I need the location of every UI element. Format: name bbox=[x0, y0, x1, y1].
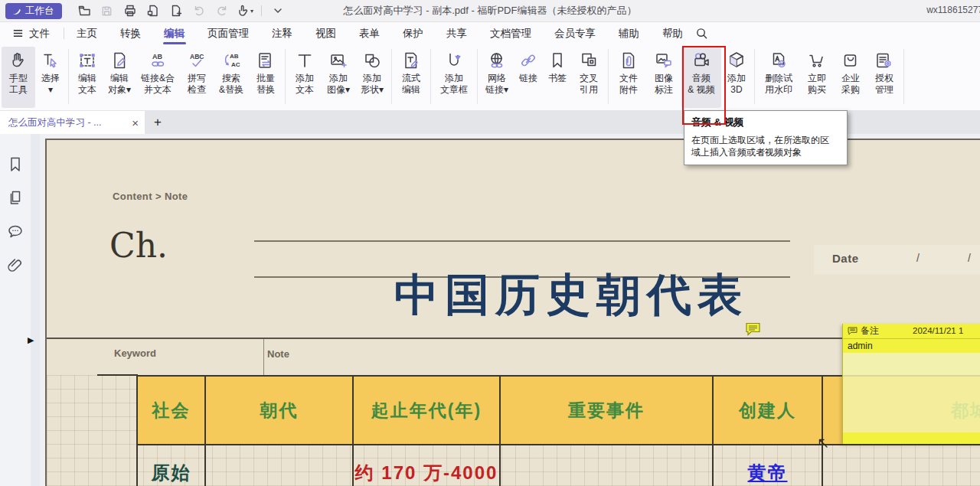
file-attachment-button[interactable]: 文件附件 bbox=[611, 47, 646, 108]
cross-reference-button[interactable]: 交叉引用 bbox=[572, 47, 606, 108]
table-header-dynasty: 朝代 bbox=[206, 377, 354, 444]
sticky-note-annotation[interactable]: 备注 2024/11/21 1 admin bbox=[842, 324, 980, 444]
remove-watermark-label: 删除试 bbox=[765, 73, 792, 84]
file-attachment-icon bbox=[619, 50, 639, 71]
table-row: 原始 约 170 万-4000 黄帝 bbox=[136, 442, 980, 486]
hand-icon bbox=[8, 50, 28, 71]
ribbon-separator bbox=[430, 49, 431, 104]
add-3d-button[interactable]: 添加3D bbox=[721, 47, 752, 108]
enterprise-purchase-button[interactable]: 企业采购 bbox=[834, 47, 867, 108]
link-button[interactable]: 链接 bbox=[514, 47, 543, 108]
add-page-icon[interactable] bbox=[165, 2, 188, 20]
table-cell-founder-link[interactable]: 黄帝 bbox=[714, 442, 823, 486]
menu-item-help[interactable]: 帮助 bbox=[662, 22, 683, 44]
buy-now-button[interactable]: 立即购买 bbox=[800, 47, 834, 108]
panel-strip[interactable] bbox=[31, 134, 40, 486]
doc-divider-line bbox=[47, 338, 980, 339]
print-icon[interactable] bbox=[119, 2, 142, 20]
audio-video-icon bbox=[691, 50, 711, 71]
edit-text-icon bbox=[77, 50, 97, 71]
attachments-panel-icon[interactable] bbox=[6, 256, 24, 275]
web-link-button[interactable]: 网络链接▾ bbox=[480, 47, 514, 108]
image-annotation-icon bbox=[654, 50, 674, 71]
touch-mode-caret: ▾ bbox=[250, 8, 253, 15]
add-shape-button[interactable]: 添加形状▾ bbox=[355, 47, 389, 108]
pages-panel-icon[interactable] bbox=[6, 189, 24, 207]
hand-tool-button[interactable]: 手型工具 bbox=[2, 47, 35, 108]
image-annotation-button[interactable]: 图像标注 bbox=[646, 47, 681, 108]
search-icon[interactable] bbox=[695, 27, 708, 40]
menu-item-accessibility[interactable]: 辅助 bbox=[619, 22, 639, 44]
doc-breadcrumb: Content > Note bbox=[113, 191, 188, 202]
image-annotation-label: 图像 bbox=[655, 73, 673, 84]
menu-item-comment[interactable]: 注释 bbox=[272, 22, 292, 44]
sticky-note-resize-handle[interactable] bbox=[817, 437, 829, 449]
ribbon-separator bbox=[754, 49, 755, 104]
edit-object-button[interactable]: 编辑对象▾ bbox=[103, 47, 136, 108]
hamburger-icon bbox=[12, 28, 24, 39]
open-file-icon[interactable] bbox=[73, 2, 96, 20]
save-icon[interactable] bbox=[96, 2, 119, 20]
menu-file[interactable]: 文件 bbox=[12, 27, 50, 41]
sticky-note-body[interactable] bbox=[843, 353, 980, 432]
undo-icon[interactable] bbox=[188, 2, 211, 20]
menu-item-doc-management[interactable]: 文档管理 bbox=[490, 22, 531, 44]
comments-panel-icon[interactable] bbox=[6, 223, 24, 241]
menu-item-form[interactable]: 表单 bbox=[359, 22, 380, 44]
workspace-button[interactable]: 工作台 bbox=[5, 3, 62, 19]
table-cell-years: 约 170 万-4000 bbox=[354, 442, 501, 486]
edit-text-label: 编辑 bbox=[78, 73, 96, 84]
comment-note-icon[interactable] bbox=[745, 322, 762, 338]
add-article-box-button[interactable]: 添加文章框 bbox=[433, 47, 475, 108]
add-text-label: 添加 bbox=[296, 73, 314, 84]
collapse-ribbon-icon[interactable] bbox=[266, 2, 289, 20]
new-tab-button[interactable]: + bbox=[145, 111, 171, 134]
menu-items: 主页 转换 编辑 页面管理 注释 视图 表单 保护 共享 文档管理 会员专享 辅… bbox=[77, 22, 683, 44]
menu-item-view[interactable]: 视图 bbox=[315, 22, 336, 44]
batch-replace-button[interactable]: 批量替换 bbox=[249, 47, 283, 108]
select-button[interactable]: 选择▾ bbox=[35, 47, 66, 108]
menu-item-page-management[interactable]: 页面管理 bbox=[207, 22, 249, 44]
quill-icon bbox=[11, 6, 21, 16]
license-management-button[interactable]: 授权管理 bbox=[867, 47, 901, 108]
add-image-icon bbox=[328, 50, 348, 71]
search-replace-button[interactable]: ABAC 搜索&替换 bbox=[214, 47, 249, 108]
touch-mode-icon[interactable]: ▾ bbox=[234, 2, 256, 20]
menu-bar: 文件 主页 转换 编辑 页面管理 注释 视图 表单 保护 共享 文档管理 会员专… bbox=[0, 22, 980, 44]
add-text-button[interactable]: 添加文本 bbox=[288, 47, 322, 108]
menu-item-share[interactable]: 共享 bbox=[446, 22, 467, 44]
flow-edit-button[interactable]: 流式编辑 bbox=[394, 47, 428, 108]
spell-check-button[interactable]: ABC 拼写检查 bbox=[180, 47, 214, 108]
menu-item-protect[interactable]: 保护 bbox=[403, 22, 423, 44]
redo-icon[interactable] bbox=[211, 2, 234, 20]
export-page-icon[interactable] bbox=[142, 2, 165, 20]
tab-close-icon[interactable]: × bbox=[132, 117, 139, 129]
svg-text:AB: AB bbox=[152, 53, 162, 60]
doc-keyword-label: Keyword bbox=[114, 347, 156, 359]
menu-item-convert[interactable]: 转换 bbox=[120, 22, 141, 44]
menu-item-home[interactable]: 主页 bbox=[77, 22, 97, 44]
menu-item-member[interactable]: 会员专享 bbox=[554, 22, 596, 44]
doc-date-slash: / bbox=[916, 252, 920, 264]
pdf-page: Content > Note Ch. Date / / 中国历史朝代表 Keyw… bbox=[45, 139, 980, 486]
bookmark-button[interactable]: 书签 bbox=[543, 47, 572, 108]
add-shape-label: 添加 bbox=[361, 73, 384, 84]
expand-panel-arrow[interactable]: ▶ bbox=[28, 335, 34, 345]
link-icon bbox=[518, 50, 538, 71]
bookmarks-panel-icon[interactable] bbox=[6, 155, 24, 174]
add-3d-icon bbox=[727, 50, 746, 71]
file-attachment-label: 文件 bbox=[619, 73, 638, 84]
document-tab[interactable]: 怎么面对高中学习 - ... × bbox=[0, 111, 145, 134]
tooltip-title: 音频 & 视频 bbox=[691, 116, 840, 129]
add-image-button[interactable]: 添加图像▾ bbox=[322, 47, 355, 108]
table-cell-dynasty bbox=[206, 442, 354, 486]
menu-item-edit[interactable]: 编辑 bbox=[164, 22, 185, 44]
link-merge-text-button[interactable]: AB 链接&合并文本 bbox=[136, 47, 180, 108]
quick-actions: ▾ bbox=[73, 2, 289, 20]
menu-divider bbox=[64, 28, 64, 39]
remove-trial-watermark-button[interactable]: 删除试用水印 bbox=[757, 47, 800, 108]
table-header-years: 起止年代(年) bbox=[354, 377, 501, 444]
doc-rule-line bbox=[254, 240, 790, 242]
audio-video-button[interactable]: 音频& 视频 bbox=[681, 47, 721, 108]
edit-text-button[interactable]: 编辑文本 bbox=[71, 47, 103, 108]
